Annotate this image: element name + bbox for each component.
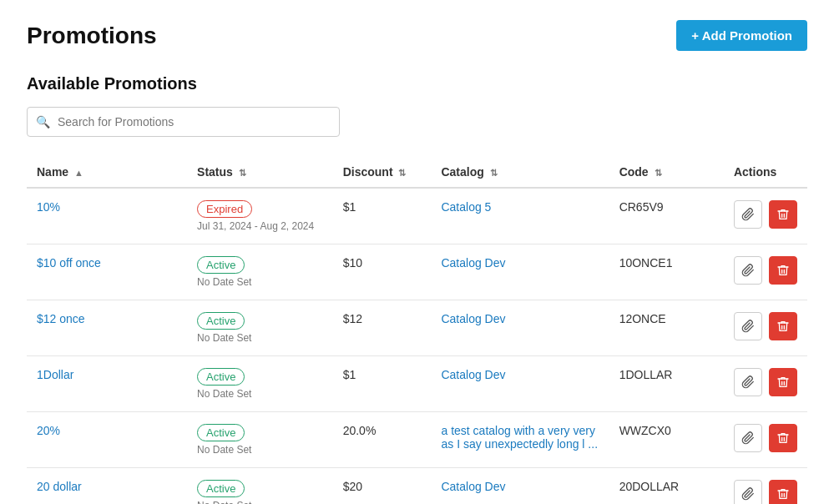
- edit-button-0[interactable]: [734, 200, 762, 229]
- paperclip-icon-4: [741, 431, 755, 445]
- catalog-link-0[interactable]: Catalog 5: [441, 200, 599, 214]
- add-promotion-button[interactable]: + Add Promotion: [676, 20, 807, 51]
- cell-name-4: 20%: [27, 412, 187, 468]
- delete-button-1[interactable]: [769, 256, 797, 285]
- search-container: 🔍: [27, 107, 807, 137]
- cell-discount-4: 20.0%: [333, 412, 432, 468]
- cell-status-4: Active No Date Set: [187, 412, 333, 468]
- edit-button-1[interactable]: [734, 256, 762, 285]
- col-header-code: Code ⇅: [609, 157, 724, 188]
- paperclip-icon-3: [741, 375, 755, 389]
- table-row: 20 dollar Active No Date Set $20 Catalog…: [27, 468, 807, 505]
- cell-status-1: Active No Date Set: [187, 244, 333, 300]
- cell-actions-5: [724, 468, 807, 505]
- status-badge-3: Active: [197, 368, 245, 386]
- delete-button-3[interactable]: [769, 368, 797, 396]
- cell-status-3: Active No Date Set: [187, 356, 333, 412]
- date-info-1: No Date Set: [197, 276, 323, 288]
- date-info-3: No Date Set: [197, 388, 323, 400]
- status-badge-4: Active: [197, 424, 245, 441]
- trash-icon-5: [776, 487, 790, 501]
- cell-status-0: Expired Jul 31, 2024 - Aug 2, 2024: [187, 188, 333, 244]
- cell-discount-0: $1: [333, 188, 432, 244]
- table-header-row: Name ▲ Status ⇅ Discount ⇅ Catalog ⇅ Cod…: [27, 157, 807, 188]
- cell-status-5: Active No Date Set: [187, 468, 333, 505]
- edit-button-5[interactable]: [734, 480, 762, 504]
- status-badge-1: Active: [197, 256, 245, 274]
- trash-icon-2: [776, 320, 790, 333]
- paperclip-icon-1: [741, 264, 755, 277]
- actions-group-5: [734, 480, 797, 504]
- delete-button-4[interactable]: [769, 424, 797, 452]
- cell-actions-2: [724, 300, 807, 356]
- catalog-link-5[interactable]: Catalog Dev: [441, 480, 599, 493]
- cell-code-5: 20DOLLAR: [609, 468, 724, 505]
- edit-button-4[interactable]: [734, 424, 762, 452]
- trash-icon-1: [776, 264, 790, 277]
- sort-icon-discount: ⇅: [398, 168, 406, 179]
- col-header-status: Status ⇅: [187, 157, 333, 188]
- cell-code-2: 12ONCE: [609, 300, 724, 356]
- date-info-0: Jul 31, 2024 - Aug 2, 2024: [197, 220, 323, 232]
- cell-actions-4: [724, 412, 807, 468]
- cell-name-3: 1Dollar: [27, 356, 187, 412]
- sort-icon-catalog: ⇅: [490, 168, 498, 179]
- promo-name-link-3[interactable]: 1Dollar: [37, 368, 73, 381]
- cell-discount-1: $10: [333, 244, 432, 300]
- table-row: 10% Expired Jul 31, 2024 - Aug 2, 2024 $…: [27, 188, 807, 244]
- paperclip-icon-0: [741, 208, 755, 221]
- delete-button-5[interactable]: [769, 480, 797, 504]
- col-header-discount: Discount ⇅: [333, 157, 432, 188]
- promo-name-link-1[interactable]: $10 off once: [37, 256, 101, 270]
- cell-catalog-4: a test catalog with a very very as I say…: [431, 412, 609, 468]
- actions-group-4: [734, 424, 797, 452]
- promo-name-link-2[interactable]: $12 once: [37, 312, 85, 325]
- date-info-5: No Date Set: [197, 500, 323, 504]
- col-header-catalog: Catalog ⇅: [431, 157, 609, 188]
- table-row: $10 off once Active No Date Set $10 Cata…: [27, 244, 807, 300]
- delete-button-0[interactable]: [769, 200, 797, 229]
- cell-actions-3: [724, 356, 807, 412]
- cell-name-5: 20 dollar: [27, 468, 187, 505]
- promo-name-link-5[interactable]: 20 dollar: [37, 480, 82, 493]
- catalog-link-3[interactable]: Catalog Dev: [441, 368, 599, 381]
- sort-icon-name: ▲: [74, 168, 83, 178]
- date-info-4: No Date Set: [197, 444, 323, 456]
- delete-button-2[interactable]: [769, 312, 797, 340]
- section-title: Available Promotions: [27, 74, 807, 93]
- trash-icon-3: [776, 375, 790, 389]
- paperclip-icon-5: [741, 487, 755, 501]
- cell-code-1: 10ONCE1: [609, 244, 724, 300]
- actions-group-2: [734, 312, 797, 340]
- page-header: Promotions + Add Promotion: [27, 20, 807, 51]
- catalog-link-4[interactable]: a test catalog with a very very as I say…: [441, 424, 599, 451]
- cell-actions-1: [724, 244, 807, 300]
- cell-catalog-3: Catalog Dev: [431, 356, 609, 412]
- catalog-link-2[interactable]: Catalog Dev: [441, 312, 599, 325]
- promo-name-link-4[interactable]: 20%: [37, 424, 60, 437]
- search-input[interactable]: [27, 107, 340, 137]
- cell-name-2: $12 once: [27, 300, 187, 356]
- promo-name-link-0[interactable]: 10%: [37, 200, 60, 214]
- trash-icon-4: [776, 431, 790, 445]
- cell-catalog-5: Catalog Dev: [431, 468, 609, 505]
- cell-discount-5: $20: [333, 468, 432, 505]
- table-row: $12 once Active No Date Set $12 Catalog …: [27, 300, 807, 356]
- cell-name-1: $10 off once: [27, 244, 187, 300]
- status-badge-2: Active: [197, 312, 245, 330]
- edit-button-2[interactable]: [734, 312, 762, 340]
- edit-button-3[interactable]: [734, 368, 762, 396]
- status-badge-0: Expired: [197, 200, 252, 218]
- cell-status-2: Active No Date Set: [187, 300, 333, 356]
- cell-code-3: 1DOLLAR: [609, 356, 724, 412]
- sort-icon-status: ⇅: [239, 168, 246, 179]
- cell-catalog-1: Catalog Dev: [431, 244, 609, 300]
- catalog-link-1[interactable]: Catalog Dev: [441, 256, 599, 270]
- cell-discount-3: $1: [333, 356, 432, 412]
- cell-name-0: 10%: [27, 188, 187, 244]
- date-info-2: No Date Set: [197, 332, 323, 344]
- cell-code-0: CR65V9: [609, 188, 724, 244]
- cell-catalog-2: Catalog Dev: [431, 300, 609, 356]
- col-header-name: Name ▲: [27, 157, 187, 188]
- sort-icon-code: ⇅: [655, 168, 662, 179]
